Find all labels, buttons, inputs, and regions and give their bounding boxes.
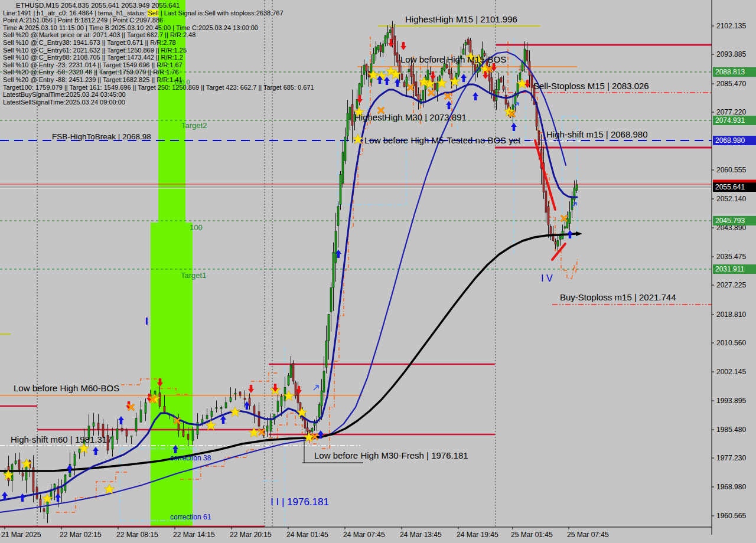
chart-annotation[interactable]: 100 bbox=[190, 223, 203, 232]
candlestick bbox=[292, 364, 294, 381]
price-level-badge: 2068.980 bbox=[713, 136, 756, 145]
candlestick bbox=[373, 54, 374, 64]
pattern-arrow-icon bbox=[314, 385, 318, 390]
chart-annotation[interactable]: Target2 bbox=[181, 121, 207, 130]
chart-annotation[interactable]: HighestHigh M15 | 2101.996 bbox=[405, 14, 517, 24]
candlestick bbox=[366, 64, 367, 71]
candlestick bbox=[571, 198, 573, 210]
chart-annotation[interactable]: I bbox=[145, 316, 148, 328]
chart-annotation[interactable]: Target1 bbox=[181, 271, 206, 280]
chart-annotation[interactable]: Sell-Stoploss M15 | 2083.026 bbox=[533, 81, 649, 91]
info-line: Sell %10 @ C_Entry38: 1941.673 || Target… bbox=[3, 39, 314, 47]
chart-annotation[interactable]: High-shift m60 | 1981.317 bbox=[11, 434, 112, 444]
time-axis-label: 24 Mar 07:45 bbox=[343, 531, 385, 539]
candlestick bbox=[284, 387, 286, 401]
chart-annotation[interactable]: FSB-HighToBreak | 2068.98 bbox=[52, 132, 151, 141]
candlestick bbox=[387, 32, 389, 38]
candlestick bbox=[253, 406, 255, 415]
candlestick bbox=[465, 42, 467, 45]
candlestick bbox=[394, 36, 396, 55]
price-axis-label: 1960.565 bbox=[716, 512, 746, 520]
buy-arrow-icon bbox=[67, 465, 73, 473]
info-line: Sell %10 @ C_Entry61: 2021.632 || Target… bbox=[3, 47, 314, 54]
candlestick bbox=[288, 375, 289, 385]
candlestick bbox=[239, 392, 241, 396]
status-sell-highlight: Sell bbox=[148, 9, 158, 17]
candlestick bbox=[318, 404, 320, 417]
candlestick bbox=[559, 236, 561, 240]
candlestick bbox=[234, 393, 236, 394]
chart-annotation[interactable]: correction 38 bbox=[170, 454, 211, 462]
candlestick bbox=[564, 227, 566, 228]
candlestick bbox=[342, 152, 344, 184]
candlestick bbox=[40, 499, 41, 506]
candlestick bbox=[491, 78, 493, 91]
candlestick bbox=[321, 391, 322, 406]
candlestick bbox=[266, 426, 268, 431]
candlestick bbox=[54, 484, 56, 491]
signal-status-line: Line:1491 | h1_atr_c0: 16.4864 | tema_h1… bbox=[3, 9, 314, 17]
candlestick bbox=[351, 104, 353, 126]
candlestick bbox=[43, 509, 45, 512]
candlestick bbox=[116, 428, 118, 440]
sell-arrow-icon bbox=[388, 39, 394, 47]
candlestick bbox=[573, 188, 575, 199]
candlestick bbox=[522, 63, 523, 71]
info-line: Target100: 1759.079 || Target 161: 1549.… bbox=[3, 84, 314, 91]
price-level-badge: 2074.931 bbox=[713, 116, 756, 125]
candlestick bbox=[164, 406, 165, 412]
price-level-badge: 2055.641 bbox=[713, 182, 756, 192]
candlestick bbox=[389, 30, 391, 33]
candlestick bbox=[569, 212, 571, 224]
candlestick bbox=[314, 423, 315, 426]
chart-annotation[interactable]: Low before High M60-BOS bbox=[14, 383, 119, 393]
candlestick bbox=[545, 191, 547, 213]
candlestick bbox=[206, 416, 208, 419]
candlestick bbox=[192, 430, 194, 440]
candlestick bbox=[337, 207, 339, 226]
price-axis-label: 1993.895 bbox=[716, 397, 746, 405]
time-axis-label: 24 Mar 13:45 bbox=[400, 531, 442, 539]
candlestick bbox=[446, 64, 448, 68]
candlestick bbox=[531, 75, 533, 88]
chart-annotation[interactable]: correction 61 bbox=[170, 513, 211, 521]
info-line: Sell %10 @ Entry -23: 2231.014 || Target… bbox=[3, 61, 314, 69]
candlestick bbox=[340, 174, 341, 204]
candlestick bbox=[377, 45, 379, 50]
buy-arrow-icon bbox=[19, 493, 25, 502]
candlestick bbox=[304, 418, 306, 428]
chart-annotation[interactable]: Low before High M5-Tested no BOS yet bbox=[364, 135, 520, 145]
candlestick bbox=[375, 47, 377, 54]
star-signal-icon bbox=[249, 427, 259, 437]
info-line: Sell %10 @ C_Entry88: 2108.705 || Target… bbox=[3, 54, 314, 61]
candlestick bbox=[467, 39, 469, 45]
candlestick bbox=[15, 461, 17, 464]
chart-annotation[interactable]: Low before High M15-BOS bbox=[400, 54, 506, 64]
chart-annotation[interactable]: I I | 1976.181 bbox=[271, 496, 329, 508]
candlestick bbox=[538, 130, 540, 145]
candlestick bbox=[415, 82, 417, 96]
candlestick bbox=[216, 408, 217, 409]
candlestick bbox=[311, 428, 313, 431]
price-axis-label: 2035.475 bbox=[716, 253, 746, 261]
candlestick bbox=[444, 64, 445, 70]
candlestick bbox=[323, 371, 325, 392]
chart-annotation[interactable]: Low before High M30-Fresh | 1976.181 bbox=[314, 450, 468, 460]
chart-annotation[interactable]: Buy-Stoploss m15 | 2021.744 bbox=[560, 292, 676, 302]
candlestick bbox=[201, 420, 203, 423]
candlestick bbox=[422, 90, 424, 100]
black-ma-arrowhead bbox=[576, 231, 582, 236]
candlestick bbox=[356, 99, 358, 108]
trading-chart-window: ETHUSD,M15 2054.835 2055.641 2053.949 20… bbox=[0, 0, 756, 543]
chart-annotation[interactable]: I V bbox=[541, 273, 553, 284]
candlestick bbox=[325, 341, 327, 367]
candlestick bbox=[333, 253, 334, 288]
chart-annotation[interactable]: High-shift m15 | 2068.980 bbox=[546, 129, 648, 139]
chart-annotation[interactable]: HighestHigh M30 | 2073.891 bbox=[354, 112, 467, 122]
time-axis-label: 22 Mar 20:15 bbox=[230, 531, 272, 539]
price-axis-label: 2002.145 bbox=[716, 368, 746, 376]
candlestick bbox=[347, 113, 348, 136]
price-level-badge: 2031.911 bbox=[713, 264, 756, 274]
candlestick bbox=[505, 95, 507, 104]
price-level-badge: 2088.813 bbox=[713, 67, 756, 77]
